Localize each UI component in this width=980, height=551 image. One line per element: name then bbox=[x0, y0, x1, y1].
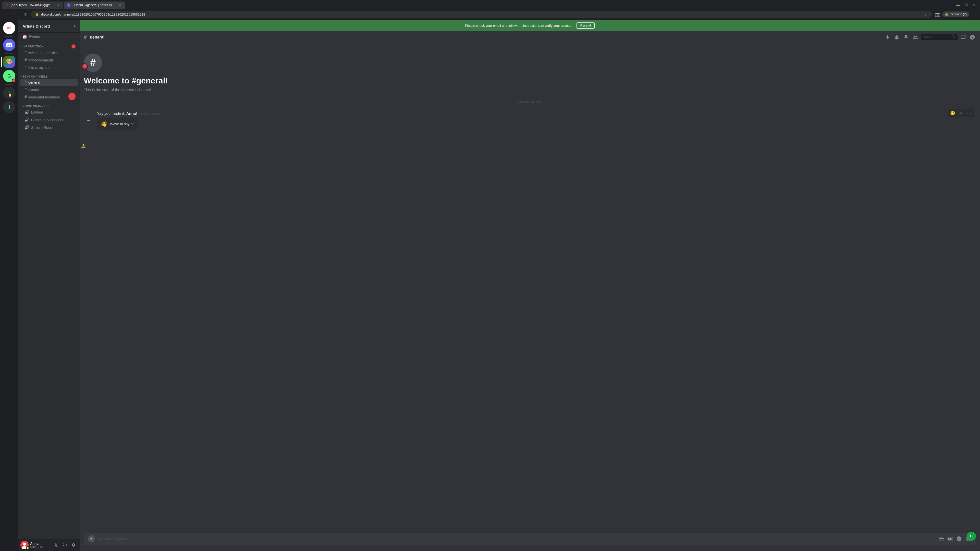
add-server-button[interactable]: + bbox=[3, 87, 15, 99]
events-item[interactable]: 📅 Events bbox=[18, 33, 80, 41]
voice-warning-icon: ⚠ bbox=[81, 143, 86, 149]
system-message-icon: → bbox=[84, 115, 94, 125]
bookmark-icon[interactable]: ☆ bbox=[924, 12, 928, 16]
app-container: ✉ 🎨 G ! + ⬇ bbox=[0, 20, 980, 551]
deafen-button[interactable] bbox=[61, 541, 69, 549]
discord-tab[interactable]: Discord | #general | Artists Disc... ✕ bbox=[64, 2, 125, 9]
header-icons: Search bbox=[884, 34, 976, 41]
gmail-favicon: ✉ bbox=[5, 3, 9, 7]
minimize-button[interactable]: — bbox=[955, 2, 962, 9]
new-tab-button[interactable]: + bbox=[126, 2, 133, 9]
close-button[interactable]: ✕ bbox=[971, 2, 978, 9]
maximize-button[interactable]: ⧠ bbox=[963, 2, 970, 9]
channel-item-community-hangout[interactable]: 🔊 Community Hangout bbox=[21, 116, 78, 124]
category-arrow-icon: ▾ bbox=[21, 45, 22, 48]
nitro-gift-button[interactable] bbox=[938, 535, 945, 542]
gmail-tab-close[interactable]: ✕ bbox=[56, 3, 60, 7]
sticker-button[interactable] bbox=[956, 535, 963, 542]
text-channels-category[interactable]: ▾ TEXT CHANNELS bbox=[18, 73, 80, 79]
emoji-react-icon: 😊 bbox=[950, 111, 955, 116]
hash-symbol: # bbox=[90, 57, 96, 68]
gmail-tab[interactable]: ✉ (no subject) - 1574ba45@gmail... ✕ bbox=[2, 2, 63, 9]
notification-settings-button[interactable] bbox=[893, 34, 900, 41]
channel-header: # general bbox=[80, 31, 980, 43]
channel-item-events[interactable]: # events bbox=[21, 86, 78, 94]
server-icon-green[interactable]: G ! bbox=[3, 70, 15, 82]
server-icon-artists[interactable]: 🎨 bbox=[3, 56, 15, 68]
lock-icon: 🔒 bbox=[35, 13, 39, 16]
member-list-button[interactable] bbox=[912, 34, 919, 41]
search-box[interactable]: Search bbox=[921, 34, 958, 40]
inbox-button[interactable] bbox=[959, 34, 967, 41]
date-divider: December 8, 2023 bbox=[84, 100, 976, 103]
react-button[interactable]: 😊 bbox=[949, 110, 956, 117]
message-timestamp: Today at 1:12 AM bbox=[139, 112, 161, 115]
more-options-button[interactable]: ⋯ bbox=[966, 110, 973, 117]
add-server-icon: + bbox=[8, 89, 11, 96]
message-input-area: + Message #general GIF bbox=[80, 533, 980, 551]
discord-tab-close[interactable]: ✕ bbox=[118, 3, 122, 7]
message-input[interactable]: Message #general bbox=[98, 537, 935, 541]
help-button[interactable] bbox=[969, 34, 976, 41]
wave-embed[interactable]: 👋 Wave to say hi! bbox=[97, 118, 138, 130]
server-icon-discord-home[interactable] bbox=[3, 39, 15, 51]
message-group: → Yay you made it, Anna! Today at 1:12 A… bbox=[84, 108, 976, 133]
threads-button[interactable] bbox=[884, 34, 891, 41]
information-category[interactable]: ▾ INFORMATION bbox=[18, 43, 80, 49]
back-button[interactable]: ‹ bbox=[2, 10, 10, 18]
voice-channel-icon: 🔊 bbox=[24, 110, 30, 114]
channel-item-announcements[interactable]: # announcements bbox=[21, 57, 78, 64]
server-header[interactable]: Artists Discord ▾ bbox=[18, 20, 80, 33]
information-section: ▾ INFORMATION # welcome-and-rules # anno… bbox=[18, 43, 80, 71]
browser-screenshot-button[interactable]: 📷 bbox=[934, 10, 942, 18]
server-icon-gmail[interactable]: ✉ bbox=[3, 22, 15, 34]
wave-embed-text: Wave to say hi! bbox=[110, 122, 134, 126]
channel-item-stream-room[interactable]: 🔊 Stream Room bbox=[21, 124, 78, 131]
resend-button[interactable]: Resend bbox=[576, 22, 595, 29]
address-bar[interactable]: 🔒 discord.com/channels/11823620100679352… bbox=[31, 11, 932, 18]
channel-item-lounge[interactable]: 🔊 Lounge bbox=[21, 108, 78, 116]
mute-button[interactable] bbox=[52, 541, 60, 549]
gmail-icon: ✉ bbox=[7, 25, 11, 31]
voice-channels-category[interactable]: ▾ VOICE CHANNELS bbox=[18, 103, 80, 108]
pin-icon bbox=[903, 35, 909, 40]
incognito-button[interactable]: 🕵 Incognito (2) bbox=[942, 11, 969, 17]
events-label: Events bbox=[29, 35, 40, 39]
search-icon bbox=[951, 35, 956, 39]
help-circle-icon bbox=[969, 35, 975, 40]
forward-button[interactable]: › bbox=[12, 10, 20, 18]
message-input-box: + Message #general GIF bbox=[84, 533, 976, 545]
system-message: → Yay you made it, Anna! Today at 1:12 A… bbox=[84, 110, 976, 131]
welcome-hash-icon: # bbox=[84, 54, 102, 72]
browser-tabs-bar: ✉ (no subject) - 1574ba45@gmail... ✕ Dis… bbox=[0, 0, 980, 9]
user-actions bbox=[52, 541, 78, 549]
plus-icon: + bbox=[90, 536, 93, 541]
grammarly-widget[interactable]: G bbox=[967, 532, 976, 541]
gif-button[interactable]: GIF bbox=[947, 537, 953, 541]
channel-name: general bbox=[28, 80, 68, 84]
information-notification bbox=[72, 44, 76, 48]
channel-sidebar: Artists Discord ▾ 📅 Events ▾ INFORMATION… bbox=[18, 20, 80, 551]
microphone-mute-icon bbox=[54, 543, 59, 547]
browser-menu-button[interactable]: ⋮ bbox=[970, 10, 978, 18]
arrow-right-icon: → bbox=[86, 118, 91, 123]
category-arrow-icon: ▾ bbox=[21, 105, 22, 107]
text-channels-label: TEXT CHANNELS bbox=[23, 75, 48, 78]
attach-file-button[interactable]: + bbox=[88, 535, 95, 542]
chat-area: # Welcome to #general! This is the start… bbox=[80, 43, 980, 533]
threads-icon bbox=[885, 35, 891, 40]
server-icon-download[interactable]: ⬇ bbox=[3, 101, 15, 113]
search-placeholder: Search bbox=[923, 35, 950, 39]
settings-button[interactable] bbox=[69, 541, 78, 549]
channel-item-this-is-my-channel[interactable]: # this-is-my-channel bbox=[21, 64, 78, 71]
information-label: INFORMATION bbox=[23, 45, 44, 48]
pins-button[interactable] bbox=[902, 34, 910, 41]
server-dropdown-icon: ▾ bbox=[74, 24, 76, 28]
user-avatar bbox=[21, 541, 29, 549]
channel-item-welcome-and-rules[interactable]: # welcome-and-rules bbox=[21, 49, 78, 56]
channel-item-general[interactable]: # general 👤+ bbox=[21, 79, 78, 86]
system-message-content: Yay you made it, Anna! Today at 1:12 AM … bbox=[97, 111, 976, 130]
reply-button[interactable]: ↩ bbox=[957, 110, 964, 117]
reload-button[interactable]: ↻ bbox=[21, 10, 30, 18]
text-channel-icon: # bbox=[24, 58, 27, 62]
